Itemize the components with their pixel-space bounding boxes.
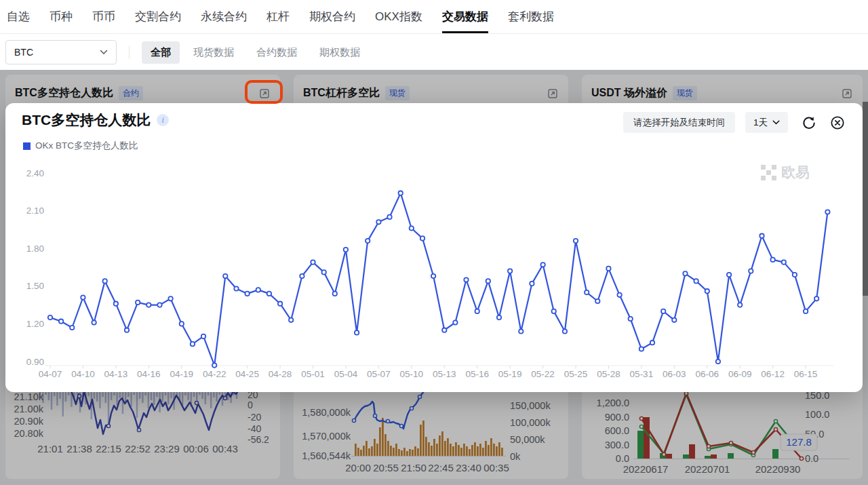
filter-bar: BTC 全部现货数据合约数据期权数据 [0,35,868,70]
date-range-button[interactable]: 请选择开始及结束时间 [623,112,735,133]
coin-select[interactable]: BTC [5,40,117,64]
okx-watermark: 欧易 [761,163,810,182]
close-icon[interactable] [830,115,845,130]
nav-item[interactable]: 币币 [92,9,115,24]
watermark-text: 欧易 [781,163,810,182]
svg-text:04-25: 04-25 [235,369,259,379]
filter-tab[interactable]: 期权数据 [311,41,369,64]
svg-text:05-22: 05-22 [531,369,555,379]
scrollbar-thumb[interactable] [863,102,868,296]
chevron-down-icon [100,50,108,55]
okx-logo-icon [761,165,776,180]
interval-select[interactable]: 1天 [745,112,788,133]
info-icon[interactable]: i [157,114,169,126]
nav-item[interactable]: 交割合约 [135,9,181,24]
legend-label: OKx BTC多空持仓人数比 [35,140,138,152]
legend-swatch [23,142,31,150]
refresh-icon[interactable] [802,115,816,130]
svg-text:1.50: 1.50 [26,281,44,291]
interval-value: 1天 [753,117,768,129]
divider [129,45,130,59]
modal-title: BTC多空持仓人数比 [22,111,151,130]
svg-text:05-13: 05-13 [433,369,456,379]
svg-text:05-19: 05-19 [498,369,522,379]
svg-text:04-07: 04-07 [39,369,62,379]
svg-text:05-25: 05-25 [564,369,588,379]
svg-text:05-04: 05-04 [334,369,358,379]
svg-text:2.10: 2.10 [26,206,44,216]
nav-item[interactable]: 永续合约 [201,9,247,24]
nav-item[interactable]: 自选 [7,9,30,24]
chart-legend[interactable]: OKx BTC多空持仓人数比 [23,140,138,152]
filter-tab[interactable]: 全部 [142,41,180,64]
svg-text:1.20: 1.20 [26,319,44,329]
svg-text:04-28: 04-28 [269,369,292,379]
top-nav: 自选币种币币交割合约永续合约杠杆期权合约OKX指数交易数据套利数据 [0,0,868,34]
nav-item[interactable]: OKX指数 [375,9,422,24]
svg-text:04-19: 04-19 [170,369,193,379]
svg-text:05-10: 05-10 [400,369,424,379]
svg-text:05-07: 05-07 [367,369,391,379]
svg-text:04-13: 04-13 [104,369,128,379]
svg-text:06-09: 06-09 [728,369,752,379]
chart-modal: 2.402.101.801.501.200.9004-0704-1004-130… [5,103,863,392]
svg-text:05-28: 05-28 [597,369,620,379]
svg-text:06-03: 06-03 [663,369,686,379]
nav-item[interactable]: 套利数据 [508,9,554,24]
svg-text:05-31: 05-31 [630,369,654,379]
svg-text:2.40: 2.40 [26,168,44,178]
filter-tab[interactable]: 合约数据 [248,41,306,64]
nav-item[interactable]: 期权合约 [309,9,355,24]
nav-item[interactable]: 杠杆 [267,9,290,24]
svg-text:06-15: 06-15 [794,369,818,379]
okx-trade-data-page: 自选币种币币交割合约永续合约杠杆期权合约OKX指数交易数据套利数据 BTC 全部… [0,0,868,485]
svg-text:1.80: 1.80 [26,244,44,254]
nav-item[interactable]: 币种 [50,9,73,24]
highlight-box [245,80,283,104]
filter-tab[interactable]: 现货数据 [184,41,243,64]
svg-text:06-12: 06-12 [761,369,785,379]
svg-text:04-22: 04-22 [203,369,226,379]
nav-item[interactable]: 交易数据 [442,9,488,24]
modal-title-row: BTC多空持仓人数比 i [22,111,169,130]
svg-text:05-16: 05-16 [465,369,489,379]
svg-text:05-01: 05-01 [301,369,325,379]
svg-text:06-06: 06-06 [695,369,719,379]
svg-text:04-16: 04-16 [137,369,161,379]
svg-text:04-10: 04-10 [71,369,95,379]
data-tabs: 全部现货数据合约数据期权数据 [142,41,369,64]
svg-text:0.90: 0.90 [26,357,44,367]
modal-controls: 请选择开始及结束时间 1天 [623,112,845,133]
coin-select-value: BTC [14,47,33,58]
chevron-down-icon [772,120,780,125]
